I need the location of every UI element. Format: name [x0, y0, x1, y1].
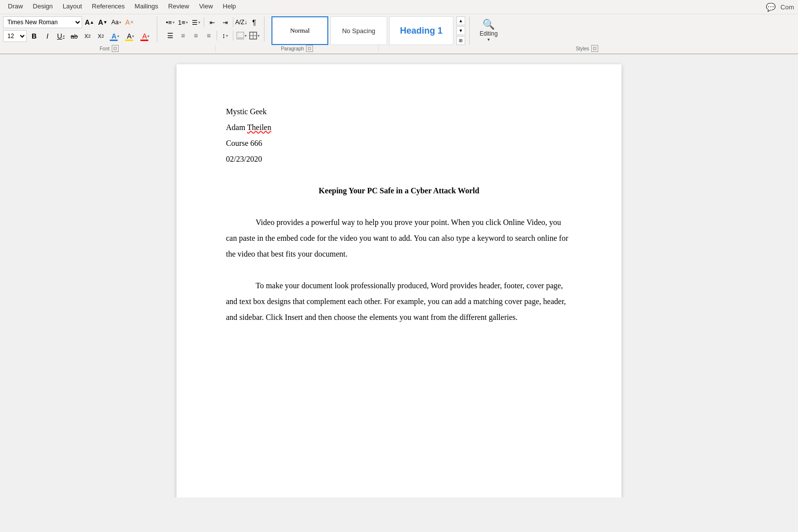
menu-view[interactable]: View [195, 1, 217, 13]
styles-expand-button[interactable]: ⊞ [456, 36, 465, 45]
editing-group: 🔍 Editing ▾ [477, 16, 501, 42]
show-paragraph-button[interactable]: ¶ [248, 16, 260, 28]
line-spacing-button[interactable]: ↕▾ [219, 30, 231, 42]
grow-font-button[interactable]: A▲ [84, 16, 95, 28]
styles-scroll-down-button[interactable]: ▼ [456, 26, 465, 35]
comment-label: Com [781, 3, 794, 11]
document-page[interactable]: Mystic Geek Adam Theilen Course 666 02/2… [177, 64, 621, 497]
style-heading-button[interactable]: Heading 1 [389, 16, 453, 45]
change-case-button[interactable]: Aa▾ [110, 16, 122, 28]
doc-line-3: Course 666 [226, 135, 572, 151]
text-color-button[interactable]: A ▾ [139, 30, 153, 43]
bullet-list-button[interactable]: •≡▾ [164, 16, 176, 28]
align-center-button[interactable]: ≡ [177, 30, 189, 42]
doc-name-squiggly: Theilen [247, 123, 271, 132]
ribbon: Draw Design Layout References Mailings R… [0, 0, 798, 54]
increase-indent-button[interactable]: ⇥ [219, 16, 231, 28]
font-group: Times New Roman A▲ A▼ Aa▾ A✕ 12 B I U▾ a… [3, 16, 157, 43]
menu-mailings[interactable]: Mailings [131, 1, 162, 13]
styles-group: Normal No Spacing Heading 1 ▲ ▼ ⊞ [267, 16, 470, 45]
menu-references[interactable]: References [88, 1, 129, 13]
svg-rect-1 [238, 37, 243, 39]
multilevel-list-button[interactable]: ☰▾ [190, 16, 202, 28]
paragraph-dialog-launcher[interactable]: ⊡ [306, 45, 313, 52]
doc-line-1: Mystic Geek [226, 104, 572, 120]
align-right-button[interactable]: ≡ [190, 30, 202, 42]
align-left-button[interactable]: ☰ [164, 30, 176, 42]
styles-scroll-up-button[interactable]: ▲ [456, 16, 465, 25]
paragraph-group-label: Paragraph [281, 46, 304, 51]
strikethrough-button[interactable]: ab [68, 30, 80, 42]
italic-button[interactable]: I [42, 30, 53, 42]
font-size-select[interactable]: 12 [3, 30, 27, 42]
shading-button[interactable]: ▾ [235, 30, 247, 42]
sort-button[interactable]: A/Z↓ [235, 16, 247, 28]
menu-layout[interactable]: Layout [59, 1, 86, 13]
editing-label-group: Editing ▾ [480, 30, 498, 42]
menu-review[interactable]: Review [164, 1, 193, 13]
underline-button[interactable]: U▾ [55, 30, 67, 42]
font-color-button[interactable]: A ▾ [108, 30, 122, 43]
numbered-list-button[interactable]: 1≡▾ [177, 16, 189, 28]
superscript-button[interactable]: X2 [95, 30, 107, 42]
clear-format-button[interactable]: A✕ [124, 16, 135, 28]
paragraph-group: •≡▾ 1≡▾ ☰▾ ⇤ ⇥ A/Z↓ ¶ ☰ ≡ ≡ ≡ ↕▾ [160, 16, 265, 42]
menu-bar: Draw Design Layout References Mailings R… [0, 0, 798, 14]
highlight-color-button[interactable]: A ▾ [124, 30, 137, 43]
style-normal-button[interactable]: Normal [271, 16, 328, 45]
font-group-label: Font [99, 46, 109, 51]
menu-design[interactable]: Design [29, 1, 56, 13]
menu-draw[interactable]: Draw [4, 1, 27, 13]
search-button[interactable]: 🔍 [483, 18, 494, 30]
doc-paragraph-1: Video provides a powerful way to help yo… [226, 215, 572, 262]
document-container: Mystic Geek Adam Theilen Course 666 02/2… [0, 54, 798, 497]
editing-dropdown-arrow[interactable]: ▾ [488, 37, 490, 42]
editing-label: Editing [480, 30, 498, 37]
shrink-font-button[interactable]: A▼ [97, 16, 109, 28]
styles-row: Normal No Spacing Heading 1 ▲ ▼ ⊞ [271, 16, 465, 45]
doc-paragraph-2: To make your document look professionall… [226, 278, 572, 325]
doc-line-4: 02/23/2020 [226, 151, 572, 167]
borders-button[interactable]: ▾ [248, 30, 260, 42]
comment-icon[interactable]: 💬 [765, 1, 777, 13]
para-row-2: ☰ ≡ ≡ ≡ ↕▾ ▾ ▾ [164, 30, 260, 42]
subscript-button[interactable]: X2 [82, 30, 93, 42]
styles-group-label: Styles [576, 46, 589, 51]
para-row-1: •≡▾ 1≡▾ ☰▾ ⇤ ⇥ A/Z↓ ¶ [164, 16, 260, 28]
doc-line-2: Adam Theilen [226, 120, 572, 135]
style-nospace-button[interactable]: No Spacing [330, 16, 387, 45]
menu-help[interactable]: Help [219, 1, 240, 13]
group-labels: Font ⊡ Paragraph ⊡ Styles ⊡ [0, 45, 798, 53]
font-dialog-launcher[interactable]: ⊡ [112, 45, 119, 52]
justify-button[interactable]: ≡ [203, 30, 215, 42]
font-name-select[interactable]: Times New Roman [3, 16, 82, 28]
styles-dialog-launcher[interactable]: ⊡ [591, 45, 598, 52]
decrease-indent-button[interactable]: ⇤ [206, 16, 218, 28]
doc-title: Keeping Your PC Safe in a Cyber Attack W… [226, 183, 572, 199]
styles-scroll: ▲ ▼ ⊞ [456, 16, 465, 45]
bold-button[interactable]: B [28, 30, 40, 42]
